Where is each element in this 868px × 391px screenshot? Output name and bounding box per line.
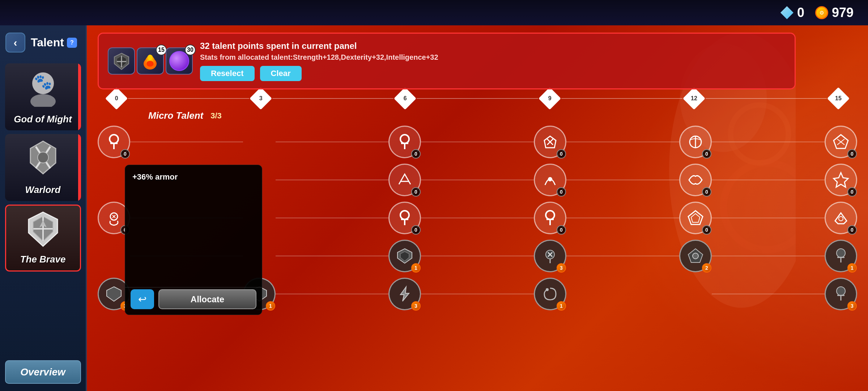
- node-r4-c2-count: 1: [411, 263, 421, 273]
- node-r3-c5[interactable]: 0: [825, 202, 857, 234]
- node-r2-c4[interactable]: 0: [679, 164, 712, 196]
- node-r1-c4-count: 0: [702, 149, 711, 159]
- god-of-might-icon: 🐾: [23, 67, 63, 108]
- sidebar: ‹ Talent ? 🐾 God of: [0, 25, 87, 391]
- node-r4-c5[interactable]: 1: [825, 240, 857, 272]
- svg-point-52: [839, 216, 843, 221]
- svg-point-25: [110, 135, 118, 143]
- svg-point-67: [837, 287, 845, 295]
- sidebar-item-the-brave[interactable]: The Brave: [5, 205, 81, 272]
- node-r3-c2[interactable]: 0: [388, 202, 421, 234]
- popup-actions: ↩ Allocate: [131, 289, 256, 309]
- node-r2-c2-count: 0: [411, 187, 421, 197]
- node-r5-c2-count: 3: [411, 301, 421, 311]
- micro-talent-header: Micro Talent 3/3: [94, 110, 861, 121]
- banner-buttons: Reselect Clear: [200, 66, 786, 81]
- node-r1-c4[interactable]: 0: [679, 126, 712, 158]
- svg-point-47: [546, 211, 554, 219]
- warlord-icon: [23, 138, 63, 179]
- svg-marker-40: [834, 173, 848, 187]
- banner-text: 32 talent points spent in current panel …: [200, 41, 786, 81]
- node-r1-c0[interactable]: 0: [98, 126, 130, 158]
- node-r2-c5-count: 0: [847, 187, 857, 197]
- micro-talent-label: Micro Talent: [148, 110, 203, 121]
- help-badge[interactable]: ?: [67, 38, 77, 48]
- node-r5-c3[interactable]: 1: [534, 278, 566, 310]
- brave-label: The Brave: [20, 254, 66, 265]
- svg-point-1: [30, 94, 56, 107]
- svg-point-61: [837, 249, 845, 257]
- node-r5-c5[interactable]: 3: [825, 278, 857, 310]
- sidebar-header: ‹ Talent ?: [0, 33, 77, 52]
- node-r4-c4-count: 2: [702, 263, 711, 273]
- sidebar-item-warlord[interactable]: Warlord: [5, 134, 81, 201]
- banner-icon-2: 15: [137, 47, 164, 75]
- node-r1-c5[interactable]: 0: [825, 126, 857, 158]
- talent-detail-popup: +36% armor ↩ Allocate: [125, 165, 262, 315]
- god-of-might-label: God of Might: [14, 114, 72, 125]
- back-arrow-icon: ‹: [14, 37, 17, 49]
- svg-point-24: [146, 61, 154, 67]
- coin-value: 979: [832, 5, 854, 20]
- overview-button[interactable]: Overview: [5, 360, 81, 384]
- reselect-button[interactable]: Reselect: [200, 66, 255, 81]
- undo-button[interactable]: ↩: [131, 289, 154, 309]
- ruler-marker-0: 0: [105, 87, 128, 110]
- node-r1-c2[interactable]: 0: [388, 126, 421, 158]
- node-r5-c2[interactable]: 3: [388, 278, 421, 310]
- ruler-marker-6: 6: [394, 87, 416, 110]
- node-r1-c3[interactable]: 0: [534, 126, 566, 158]
- node-r1-c0-count: 0: [120, 149, 130, 159]
- node-r5-c1-count: 1: [266, 301, 275, 311]
- svg-point-66: [546, 288, 549, 291]
- currency-group: 0 ⊙ 979: [780, 5, 854, 20]
- talent-grid-area: 0 3 6 9: [94, 91, 861, 391]
- main-panel: 15 30: [87, 25, 868, 391]
- sidebar-title: Talent ?: [31, 36, 77, 49]
- clear-button[interactable]: Clear: [260, 66, 302, 81]
- node-r2-c3-count: 0: [557, 187, 566, 197]
- info-banner: 15 30: [98, 33, 796, 89]
- node-r4-c2[interactable]: 1: [388, 240, 421, 272]
- ruler-marker-15: 15: [827, 87, 850, 110]
- purple-orb-icon: [169, 51, 189, 71]
- banner-icon3-badge: 30: [185, 45, 196, 55]
- node-r2-c3[interactable]: 0: [534, 164, 566, 196]
- red-strip: [78, 134, 81, 201]
- node-r3-c3[interactable]: 0: [534, 202, 566, 234]
- warlord-label: Warlord: [25, 184, 61, 196]
- allocate-button[interactable]: Allocate: [158, 289, 256, 309]
- banner-icon-3: 30: [166, 47, 193, 75]
- micro-talent-score: 3/3: [210, 111, 222, 121]
- banner-icon2-badge: 15: [156, 45, 167, 55]
- grid-row-1: 0 0: [98, 126, 857, 158]
- svg-text:🐾: 🐾: [34, 73, 52, 91]
- ruler-marker-9: 9: [538, 87, 561, 110]
- node-r4-c3[interactable]: 3: [534, 240, 566, 272]
- svg-point-23: [148, 55, 152, 60]
- ruler-marker-12: 12: [683, 87, 705, 110]
- brave-icon: [23, 209, 63, 251]
- svg-point-6: [38, 152, 48, 163]
- banner-line2: Stats from allocated talent:Strength+128…: [200, 53, 786, 62]
- svg-point-28: [400, 135, 409, 143]
- node-r4-c3-count: 3: [557, 263, 566, 273]
- node-r3-c2-count: 0: [411, 225, 421, 235]
- banner-icon-1: [108, 47, 135, 75]
- banner-line1: 32 talent points spent in current panel: [200, 41, 786, 51]
- node-r5-c5-count: 3: [847, 301, 857, 311]
- back-button[interactable]: ‹: [5, 33, 25, 52]
- node-r3-c4-count: 0: [702, 225, 711, 235]
- sidebar-item-god-of-might[interactable]: 🐾 God of Might: [5, 63, 81, 130]
- node-r4-c4[interactable]: 2: [679, 240, 712, 272]
- node-r2-c5[interactable]: 0: [825, 164, 857, 196]
- node-r5-c3-count: 1: [557, 301, 566, 311]
- svg-point-39: [548, 177, 552, 181]
- node-r2-c2[interactable]: 0: [388, 164, 421, 196]
- undo-icon: ↩: [138, 293, 146, 305]
- node-r1-c5-count: 0: [847, 149, 857, 159]
- coin-icon: ⊙: [815, 6, 828, 19]
- node-r3-c4[interactable]: 0: [679, 202, 712, 234]
- node-r2-c4-count: 0: [702, 187, 711, 197]
- popup-armor-stat: +36% armor: [132, 172, 255, 182]
